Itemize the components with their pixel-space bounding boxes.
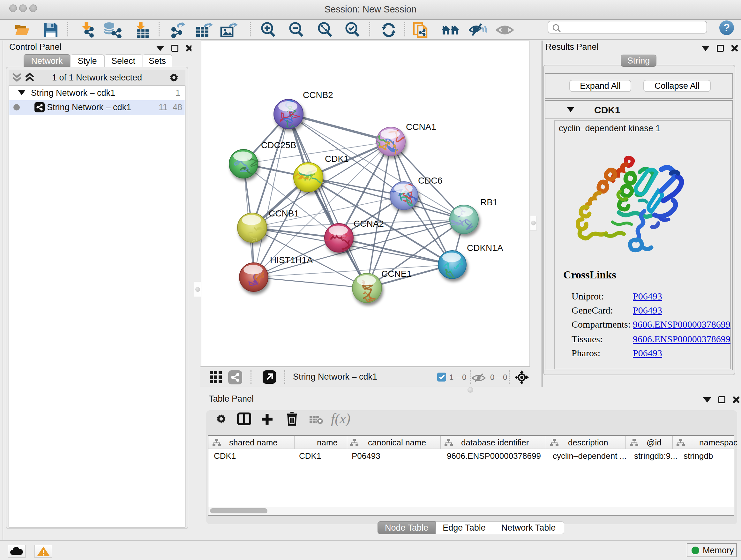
svg-text:CDC6: CDC6: [418, 176, 442, 186]
svg-text:CCNB1: CCNB1: [269, 208, 299, 219]
svg-text:CDK1: CDK1: [325, 154, 349, 164]
svg-text:CCNB2: CCNB2: [303, 90, 333, 100]
svg-text:RB1: RB1: [480, 197, 497, 207]
svg-text:CCNA2: CCNA2: [354, 219, 384, 229]
svg-text:CDC25B: CDC25B: [261, 140, 296, 150]
svg-text:CCNE1: CCNE1: [381, 269, 412, 279]
svg-text:CCNA1: CCNA1: [406, 122, 436, 132]
svg-text:HIST1H1A: HIST1H1A: [270, 255, 313, 265]
svg-text:CDKN1A: CDKN1A: [467, 243, 503, 253]
